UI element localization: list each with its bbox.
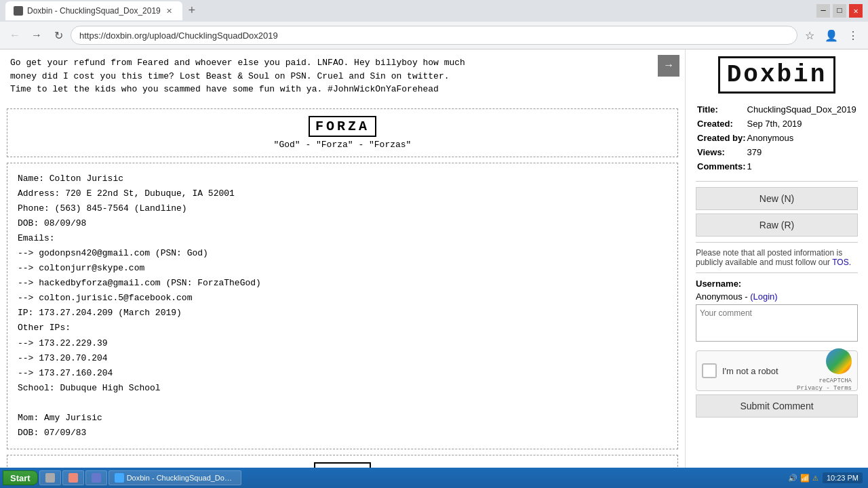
recaptcha-label: I'm not a robot	[722, 366, 791, 376]
recaptcha-box[interactable]: I'm not a robot reCAPTCHA Privacy - Term…	[696, 350, 858, 391]
meta-table: Title: ChucklingSquad_Dox_2019 Created: …	[696, 102, 858, 174]
forza-ascii-title: FORZA	[309, 116, 376, 137]
divider1	[696, 181, 858, 182]
forza-email3: --> hackedbyforza@gmail.com (PSN: ForzaT…	[18, 276, 667, 291]
forza-info-section: Name: Colton Jurisic Address: 720 E 22nd…	[7, 163, 678, 450]
forza-subtitle: "God" - "Forza" - "Forzas"	[14, 140, 671, 150]
doxbin-logo: Doxbin	[696, 56, 858, 94]
profile-btn[interactable]: 👤	[822, 26, 841, 45]
meta-created-by-row: Created by: Anonymous	[697, 131, 856, 144]
forza-email2: --> coltonjurr@skype.com	[18, 261, 667, 276]
tab-favicon	[14, 6, 23, 16]
forza-dob: DOB: 08/09/98	[18, 216, 667, 231]
menu-btn[interactable]: ⋮	[844, 26, 863, 45]
recaptcha-branding: reCAPTCHA Privacy - Terms	[797, 348, 852, 393]
created-by-label: Created by:	[697, 131, 746, 144]
back-btn[interactable]: ←	[5, 26, 24, 45]
forza-address: Address: 720 E 22nd St, Dubuque, IA 5200…	[18, 186, 667, 201]
meta-comments-row: Comments: 1	[697, 160, 856, 173]
meta-views-row: Views: 379	[697, 146, 856, 159]
views-label: Views:	[697, 146, 746, 159]
new-tab-btn[interactable]: +	[182, 1, 201, 20]
forza-section: FORZA "God" - "Forza" - "Forzas"	[7, 108, 678, 157]
bookmark-btn[interactable]: ☆	[800, 26, 819, 45]
forza-ip: IP: 173.27.204.209 (March 2019)	[18, 306, 667, 321]
username-value: Anonymous - (Login)	[696, 291, 858, 302]
recaptcha-privacy-terms: Privacy - Terms	[797, 385, 852, 393]
taskbar-icon-3	[92, 473, 101, 483]
main-layout: → Go get your refund from Feared and who…	[0, 49, 868, 488]
start-label: Start	[10, 473, 31, 483]
recaptcha-brand-label: reCAPTCHA	[797, 378, 852, 386]
tos-notice-text: Please note that all posted information …	[696, 248, 842, 267]
systray-icon-1: 🔊	[788, 474, 797, 483]
address-bar[interactable]: https://doxbin.org/upload/ChucklingSquad…	[71, 26, 797, 45]
title-value: ChucklingSquad_Dox_2019	[747, 103, 856, 116]
forza-name: Name: Colton Jurisic	[18, 171, 667, 186]
recaptcha-checkbox[interactable]	[702, 363, 717, 378]
created-label: Created:	[697, 117, 746, 130]
content-area: → Go get your refund from Feared and who…	[0, 49, 685, 488]
minimize-btn[interactable]: ─	[816, 4, 830, 18]
created-by-value: Anonymous	[747, 131, 856, 144]
active-tab[interactable]: Doxbin - ChucklingSquad_Dox_2019 ✕	[5, 1, 182, 20]
raw-btn[interactable]: Raw (R)	[696, 214, 858, 237]
tab-close-btn[interactable]: ✕	[165, 6, 174, 16]
arrow-btn[interactable]: →	[658, 55, 679, 77]
forza-ip2: --> 173.22.229.39	[18, 336, 667, 351]
taskbar-clock: 10:23 PM	[823, 472, 863, 483]
taskbar-item-1[interactable]	[39, 470, 61, 485]
taskbar-item-browser[interactable]: Doxbin - ChucklingSquad_Dox_2019	[108, 470, 241, 485]
forza-info-block: Name: Colton Jurisic Address: 720 E 22nd…	[18, 171, 667, 441]
systray-icon-2: 📶	[800, 474, 810, 483]
new-btn[interactable]: New (N)	[696, 187, 858, 210]
tos-link[interactable]: TOS.	[832, 258, 851, 267]
forza-email1: --> godonpsn420@gmail.com (PSN: God)	[18, 246, 667, 261]
forza-school: School: Dubuque High School	[18, 381, 667, 396]
forza-phone: Phone: (563) 845-7564 (Landline)	[18, 201, 667, 216]
forza-ip4: --> 173.27.160.204	[18, 366, 667, 381]
forza-ip3: --> 173.20.70.204	[18, 351, 667, 366]
intro-paragraph: Go get your refund from Feared and whoev…	[10, 58, 465, 94]
tos-notice: Please note that all posted information …	[696, 248, 858, 267]
forza-mom-dob: DOB: 07/09/83	[18, 426, 667, 441]
taskbar-icon-browser	[115, 473, 124, 483]
browser-chrome: Doxbin - ChucklingSquad_Dox_2019 ✕ + ─ □…	[0, 0, 868, 49]
forza-email4: --> colton.jurisic.5@facebook.com	[18, 291, 667, 306]
systray: 🔊 📶 ⚠	[788, 474, 818, 483]
taskbar-item-3[interactable]	[85, 470, 107, 485]
tab-title: Doxbin - ChucklingSquad_Dox_2019	[27, 6, 161, 16]
submit-comment-btn[interactable]: Submit Comment	[696, 394, 858, 418]
username-label-text: Username:	[696, 279, 741, 289]
toolbar-right: ☆ 👤 ⋮	[800, 26, 863, 45]
sidebar: Doxbin Title: ChucklingSquad_Dox_2019 Cr…	[685, 49, 868, 488]
title-bar: Doxbin - ChucklingSquad_Dox_2019 ✕ + ─ □…	[0, 0, 868, 22]
username-label: Username:	[696, 279, 858, 289]
login-link[interactable]: (Login)	[750, 291, 777, 302]
forza-mom: Mom: Amy Jurisic	[18, 411, 667, 426]
recaptcha-logo-icon	[826, 348, 852, 374]
refresh-btn[interactable]: ↻	[49, 26, 68, 45]
forward-btn[interactable]: →	[27, 26, 46, 45]
forza-other-ips-label: Other IPs:	[18, 321, 667, 336]
window-controls: ─ □ ✕	[816, 4, 863, 18]
maximize-btn[interactable]: □	[833, 4, 846, 18]
comments-value: 1	[747, 160, 856, 173]
title-label: Title:	[697, 103, 746, 116]
url-text: https://doxbin.org/upload/ChucklingSquad…	[79, 30, 278, 41]
meta-title-row: Title: ChucklingSquad_Dox_2019	[697, 103, 856, 116]
taskbar-item-2[interactable]	[62, 470, 84, 485]
start-btn[interactable]: Start	[3, 470, 38, 485]
doxbin-logo-text: Doxbin	[718, 56, 836, 94]
created-value: Sep 7th, 2019	[747, 117, 856, 130]
comment-input[interactable]	[696, 304, 858, 342]
close-btn[interactable]: ✕	[849, 4, 863, 18]
forza-title-text: FORZA	[315, 119, 370, 134]
intro-text: Go get your refund from Feared and whoev…	[0, 49, 685, 103]
toolbar: ← → ↻ https://doxbin.org/upload/Chucklin…	[0, 22, 868, 49]
taskbar: Start Doxbin - ChucklingSquad_Dox_2019 🔊…	[0, 468, 868, 488]
forza-emails-label: Emails:	[18, 231, 667, 246]
username-anonymous: Anonymous -	[696, 291, 750, 302]
meta-created-row: Created: Sep 7th, 2019	[697, 117, 856, 130]
divider2	[696, 242, 858, 243]
